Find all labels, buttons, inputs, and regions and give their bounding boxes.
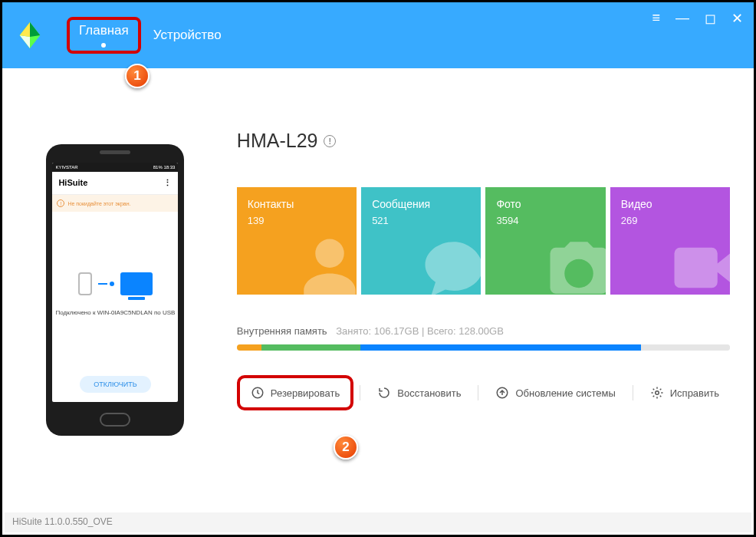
disconnect-button[interactable]: ОТКЛЮЧИТЬ bbox=[80, 376, 150, 393]
tile-contacts-count: 139 bbox=[248, 215, 346, 226]
separator bbox=[478, 385, 478, 400]
storage-bar bbox=[237, 344, 730, 351]
minimize-icon[interactable]: — bbox=[675, 10, 689, 27]
tab-device-label: Устройство bbox=[153, 28, 222, 43]
storage-label-row: Внутренняя память Занято: 106.17GB | Все… bbox=[237, 325, 730, 337]
tab-home[interactable]: Главная bbox=[67, 17, 141, 54]
clock-icon bbox=[251, 386, 265, 400]
phone-warning-text: Не покидайте этот экран. bbox=[67, 201, 130, 206]
fix-label: Исправить bbox=[670, 387, 719, 399]
tile-videos-count: 269 bbox=[621, 215, 719, 226]
category-tiles: Контакты 139 Сообщения 521 Фото 3594 Вид… bbox=[237, 187, 730, 295]
storage-seg-green bbox=[261, 344, 360, 351]
chat-icon bbox=[419, 233, 481, 295]
separator bbox=[360, 385, 360, 400]
backup-label: Резервировать bbox=[271, 387, 340, 399]
kebab-menu-icon: ⋮ bbox=[163, 178, 172, 188]
tile-videos[interactable]: Видео 269 bbox=[610, 187, 730, 295]
content-area: KYIVSTAR 81% 18:33 HiSuite ⋮ ! Не покида… bbox=[5, 68, 751, 512]
battery-time-label: 81% 18:33 bbox=[153, 165, 176, 170]
window-controls: ≡ — ◻ ✕ bbox=[652, 10, 743, 27]
update-button[interactable]: Обновление системы bbox=[485, 378, 626, 407]
tab-device[interactable]: Устройство bbox=[141, 2, 234, 68]
badge-1-text: 1 bbox=[133, 68, 140, 84]
carrier-label: KYIVSTAR bbox=[55, 165, 77, 170]
tile-contacts-label: Контакты bbox=[248, 198, 346, 210]
device-link-illustration bbox=[78, 272, 153, 295]
phone-frame: KYIVSTAR 81% 18:33 HiSuite ⋮ ! Не покида… bbox=[46, 144, 184, 436]
tile-messages-count: 521 bbox=[372, 215, 470, 226]
storage-seg-blue bbox=[360, 344, 642, 351]
device-panel: HMA-L29 ! Контакты 139 Сообщения 521 Фот… bbox=[226, 68, 751, 512]
phone-app-title: HiSuite bbox=[58, 178, 87, 188]
tile-messages[interactable]: Сообщения 521 bbox=[361, 187, 481, 295]
storage-seg-orange bbox=[237, 344, 261, 351]
video-icon bbox=[669, 233, 730, 295]
mini-phone-icon bbox=[78, 272, 92, 295]
camera-icon bbox=[544, 233, 606, 295]
phone-status-bar: KYIVSTAR 81% 18:33 bbox=[52, 163, 178, 172]
mini-monitor-icon bbox=[120, 272, 153, 295]
close-icon[interactable]: ✕ bbox=[731, 10, 743, 27]
restore-label: Восстановить bbox=[397, 387, 461, 399]
gear-icon bbox=[650, 386, 664, 400]
action-row: Резервировать Восстановить Обновление си… bbox=[237, 375, 730, 410]
connection-illustration: Подключено к WIN-0IA9C5NDLAN по USB bbox=[52, 212, 178, 376]
phone-preview-panel: KYIVSTAR 81% 18:33 HiSuite ⋮ ! Не покида… bbox=[5, 68, 226, 512]
separator bbox=[633, 385, 633, 400]
active-indicator-dot bbox=[101, 43, 106, 48]
phone-speaker bbox=[100, 150, 130, 154]
tile-videos-label: Видео bbox=[621, 198, 719, 210]
info-icon[interactable]: ! bbox=[324, 135, 336, 147]
tile-contacts[interactable]: Контакты 139 bbox=[237, 187, 357, 295]
restore-button[interactable]: Восстановить bbox=[366, 378, 472, 407]
connection-status-text: Подключено к WIN-0IA9C5NDLAN по USB bbox=[55, 309, 175, 316]
callout-badge-2: 2 bbox=[334, 435, 358, 460]
badge-2-text: 2 bbox=[342, 440, 349, 455]
tile-messages-label: Сообщения bbox=[372, 198, 470, 210]
title-bar: Главная Устройство ≡ — ◻ ✕ bbox=[2, 2, 754, 68]
menu-icon[interactable]: ≡ bbox=[652, 10, 660, 27]
tile-photos-count: 3594 bbox=[496, 215, 594, 226]
arrow-up-circle-icon bbox=[495, 386, 509, 400]
storage-stats: Занято: 106.17GB | Всего: 128.00GB bbox=[336, 325, 504, 337]
tile-photos[interactable]: Фото 3594 bbox=[485, 187, 605, 295]
version-label: HiSuite 11.0.0.550_OVE bbox=[12, 516, 113, 527]
update-label: Обновление системы bbox=[515, 387, 615, 399]
storage-label: Внутренняя память bbox=[237, 325, 327, 337]
tab-home-label: Главная bbox=[79, 23, 129, 38]
warning-icon: ! bbox=[57, 199, 64, 207]
person-icon bbox=[295, 233, 357, 295]
device-model: HMA-L29 bbox=[237, 130, 318, 152]
link-icon bbox=[98, 282, 114, 286]
app-window: Главная Устройство ≡ — ◻ ✕ 1 KYIVSTAR 81… bbox=[0, 0, 756, 537]
tile-photos-label: Фото bbox=[496, 198, 594, 210]
storage-seg-free bbox=[641, 344, 730, 351]
callout-badge-1: 1 bbox=[125, 64, 150, 88]
backup-button[interactable]: Резервировать bbox=[237, 375, 353, 410]
status-bar: HiSuite 11.0.0.550_OVE bbox=[5, 512, 751, 532]
phone-app-bar: HiSuite ⋮ bbox=[52, 172, 178, 195]
device-name-row: HMA-L29 ! bbox=[237, 130, 730, 152]
refresh-icon bbox=[377, 386, 391, 400]
phone-screen: KYIVSTAR 81% 18:33 HiSuite ⋮ ! Не покида… bbox=[52, 163, 178, 402]
storage-section: Внутренняя память Занято: 106.17GB | Все… bbox=[237, 325, 730, 351]
maximize-icon[interactable]: ◻ bbox=[705, 10, 716, 27]
fix-button[interactable]: Исправить bbox=[639, 378, 730, 407]
app-logo bbox=[15, 20, 45, 51]
phone-warning-banner: ! Не покидайте этот экран. bbox=[52, 195, 178, 212]
phone-home-button bbox=[100, 413, 130, 427]
svg-point-2 bbox=[656, 391, 659, 395]
